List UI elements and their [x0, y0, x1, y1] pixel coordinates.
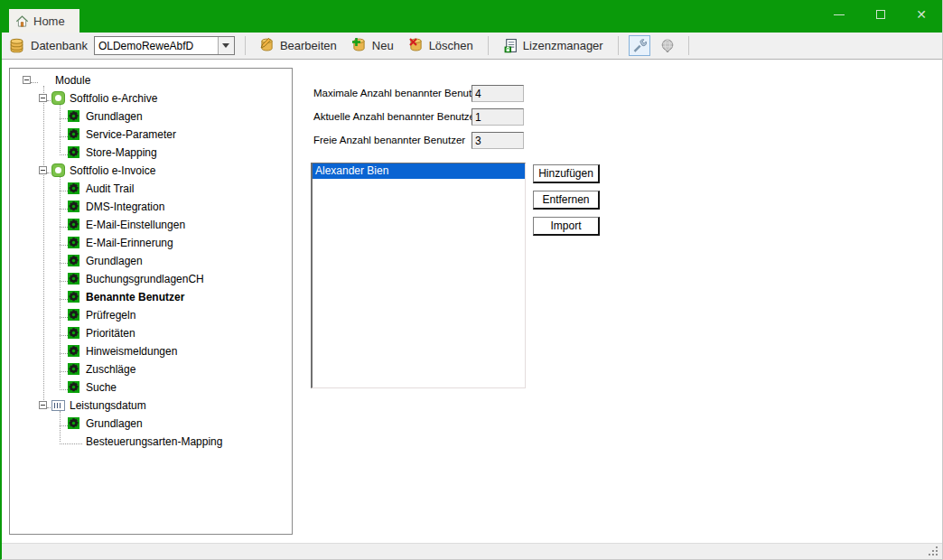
minimize-icon: [834, 14, 845, 15]
database-combobox[interactable]: OLDemoReweAbfD: [94, 36, 235, 55]
tree-item-label: Zuschläge: [86, 363, 135, 376]
loeschen-label: Löschen: [429, 39, 473, 52]
tree-item-grundlagen[interactable]: Grundlagen: [10, 107, 292, 126]
loeschen-button[interactable]: Löschen: [405, 35, 478, 56]
tree-item-label: E-Mail-Einstellungen: [86, 219, 185, 231]
tree-item-softfolio-e-invoice[interactable]: Softfolio e-Invoice: [10, 162, 292, 180]
tree-item-hinweismeldungen[interactable]: Hinweismeldungen: [10, 342, 292, 360]
tree-item-label: E-Mail-Erinnerung: [86, 237, 173, 249]
tree-branch-line: [31, 82, 38, 83]
tree-item-leistungsdatum[interactable]: Leistungsdatum: [10, 397, 292, 415]
license-manager-icon: [503, 38, 518, 53]
gear-icon: [68, 363, 79, 375]
globe-button[interactable]: [657, 35, 678, 56]
tree-branch-line: [60, 443, 82, 444]
tree-branch-line: [60, 371, 68, 372]
gear-icon: [68, 110, 79, 122]
gear-icon: [68, 345, 79, 357]
hinzufuegen-button[interactable]: Hinzufügen: [533, 164, 600, 183]
tree-item-dms-integration[interactable]: DMS-Integration: [10, 198, 292, 216]
tree-branch-line: [60, 425, 68, 426]
import-button[interactable]: Import: [533, 217, 600, 236]
aktuelle-benutzer-field[interactable]: [472, 108, 524, 126]
title-bar: Home ✕: [2, 0, 942, 33]
tree-expander-minus-icon[interactable]: [39, 166, 47, 174]
tree-branch-line: [60, 299, 68, 300]
tree-expander-minus-icon[interactable]: [23, 76, 31, 84]
tree-item-label: Grundlagen: [86, 417, 143, 430]
toolbar-separator: [245, 36, 246, 55]
tree-item-softfolio-e-archive[interactable]: Softfolio e-Archive: [10, 89, 292, 107]
freie-benutzer-label: Freie Anzahl benannter Benutzer: [313, 135, 465, 145]
maximize-button[interactable]: [861, 0, 901, 29]
gear-icon: [68, 237, 79, 248]
tree-item-service-parameter[interactable]: Service-Parameter: [10, 126, 292, 144]
tree-branch-line: [60, 136, 68, 137]
tree-item-e-mail-einstellungen[interactable]: E-Mail-Einstellungen: [10, 216, 292, 234]
database-icon: [9, 38, 24, 53]
resize-grip-icon[interactable]: [936, 554, 938, 555]
gear-icon: [68, 417, 79, 429]
combobox-dropdown-button[interactable]: [218, 37, 234, 54]
tree-item-benannte-benutzer[interactable]: Benannte Benutzer: [10, 288, 292, 306]
close-button[interactable]: ✕: [901, 0, 941, 29]
tree-item-store-mapping[interactable]: Store-Mapping: [10, 144, 292, 162]
tree-item-e-mail-erinnerung[interactable]: E-Mail-Erinnerung: [10, 234, 292, 252]
tree-item-audit-trail[interactable]: Audit Trail: [10, 180, 292, 198]
tree-expander-minus-icon[interactable]: [39, 401, 47, 409]
gear-icon: [68, 201, 79, 212]
gear-icon: [68, 146, 79, 158]
aktuelle-benutzer-label: Aktuelle Anzahl benannter Benutzer: [313, 111, 479, 122]
status-bar: [2, 543, 942, 559]
tree-branch-line: [60, 209, 68, 210]
tree-item-besteuerungsarten-mapping[interactable]: Besteuerungsarten-Mapping: [10, 433, 292, 451]
gear-icon: [68, 219, 79, 230]
toolbar-separator: [618, 36, 619, 55]
list-item-selected[interactable]: Alexander Bien: [313, 163, 525, 179]
tree-item-label: Leistungsdatum: [70, 399, 146, 412]
lizenzmanager-label: Lizenzmanager: [523, 39, 603, 52]
toolbar-separator: [488, 36, 489, 55]
tree-branch-line: [60, 353, 68, 354]
tree-branch-line: [60, 335, 68, 336]
tree-item-suche[interactable]: Suche: [10, 378, 292, 397]
tree-branch-line: [60, 245, 68, 246]
tree-branch-line: [60, 118, 68, 119]
tree-item-grundlagen[interactable]: Grundlagen: [10, 415, 292, 433]
freie-benutzer-field[interactable]: [472, 132, 524, 149]
lizenzmanager-button[interactable]: Lizenzmanager: [499, 35, 608, 56]
neu-button[interactable]: Neu: [348, 35, 398, 56]
tree-item-label: Softfolio e-Invoice: [70, 164, 155, 177]
tree-item-pr-fregeln[interactable]: Prüfregeln: [10, 306, 292, 324]
tree-item-label: BuchungsgrundlagenCH: [86, 273, 204, 285]
max-benutzer-field[interactable]: [472, 85, 524, 102]
tree-item-label: Service-Parameter: [86, 128, 176, 141]
bearbeiten-label: Bearbeiten: [280, 39, 337, 52]
benutzer-listbox[interactable]: Alexander Bien: [311, 163, 526, 388]
tree-item-module[interactable]: Module: [10, 71, 292, 89]
tree-item-grundlagen[interactable]: Grundlagen: [10, 252, 292, 270]
tree-item-zuschl-ge[interactable]: Zuschläge: [10, 360, 292, 378]
tree-item-priorit-ten[interactable]: Prioritäten: [10, 324, 292, 342]
tree-item-label: Hinweismeldungen: [86, 345, 177, 358]
gear-icon: [68, 309, 79, 321]
client-area: ModuleSoftfolio e-ArchiveGrundlagenServi…: [2, 61, 942, 544]
database-combobox-value: OLDemoReweAbfD: [95, 37, 218, 54]
tree-item-label: Store-Mapping: [86, 146, 157, 159]
minimize-button[interactable]: [819, 0, 859, 29]
chevron-down-icon: [222, 43, 229, 48]
module-icon: [51, 91, 65, 105]
tools-button[interactable]: [629, 35, 650, 56]
tab-home[interactable]: Home: [9, 9, 79, 33]
bearbeiten-button[interactable]: Bearbeiten: [256, 35, 341, 56]
globe-icon: [660, 39, 675, 53]
tree-branch-line: [60, 263, 68, 264]
tree-expander-minus-icon[interactable]: [39, 94, 47, 102]
tree-item-buchungsgrundlagench[interactable]: BuchungsgrundlagenCH: [10, 270, 292, 288]
datenbank-label: Datenbank: [31, 39, 88, 52]
tree-branch-line: [60, 317, 68, 318]
tree-branch-line: [60, 281, 68, 282]
gear-icon: [68, 327, 79, 339]
tree-item-label: Prioritäten: [86, 327, 135, 340]
entfernen-button[interactable]: Entfernen: [533, 191, 600, 210]
